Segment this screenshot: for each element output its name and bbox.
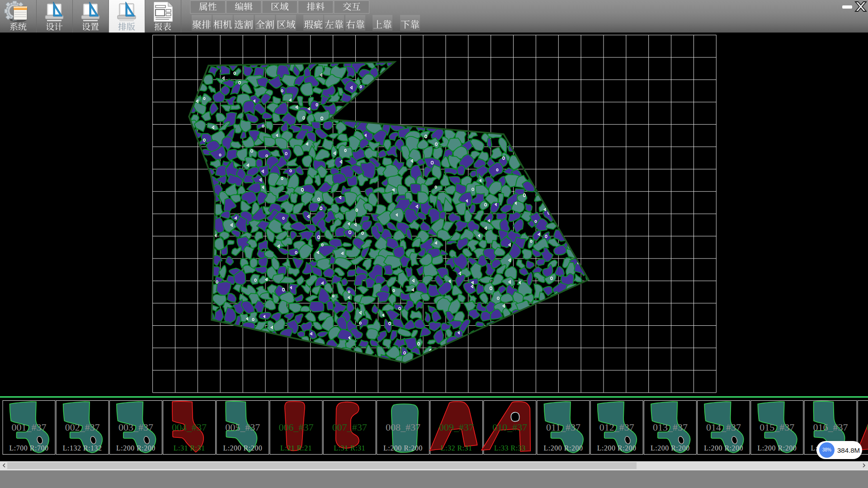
svg-text:L:700 R:700: L:700 R:700 [9, 444, 49, 452]
svg-text:006_#37: 006_#37 [279, 422, 314, 433]
svg-text:004_#37: 004_#37 [172, 422, 207, 433]
svg-text:L:200 R:200: L:200 R:200 [757, 444, 797, 452]
svg-text:L:200 R:200: L:200 R:200 [597, 444, 637, 452]
svg-text:L:200 R:200: L:200 R:200 [383, 444, 423, 452]
svg-text:011_#37: 011_#37 [546, 422, 580, 433]
svg-text:014_#37: 014_#37 [706, 422, 741, 433]
svg-text:L:33 R:33: L:33 R:33 [494, 444, 526, 452]
svg-text:L:200 R:200: L:200 R:200 [651, 444, 690, 452]
svg-text:008_#37: 008_#37 [386, 422, 420, 433]
svg-text:003_#37: 003_#37 [118, 422, 153, 433]
svg-text:016_#37: 016_#37 [813, 422, 848, 433]
svg-text:001_#37: 001_#37 [12, 422, 47, 433]
svg-text:L:32 R:31: L:32 R:31 [441, 444, 472, 452]
svg-text:L:31 R:31: L:31 R:31 [174, 444, 205, 452]
svg-text:L:200 R:200: L:200 R:200 [116, 444, 156, 452]
svg-text:L:132 R:132: L:132 R:132 [63, 444, 102, 452]
svg-text:015_#37: 015_#37 [760, 422, 794, 433]
svg-text:007_#37: 007_#37 [332, 422, 367, 433]
svg-text:L:200 R:200: L:200 R:200 [544, 444, 583, 452]
svg-text:009_#37: 009_#37 [439, 422, 474, 433]
svg-text:002_#37: 002_#37 [65, 422, 100, 433]
svg-text:012_#37: 012_#37 [599, 422, 634, 433]
svg-text:L:21 R:21: L:21 R:21 [280, 444, 312, 452]
svg-text:013_#37: 013_#37 [653, 422, 688, 433]
svg-text:L:200 R:200: L:200 R:200 [704, 444, 743, 452]
svg-text:L:31 R:31: L:31 R:31 [334, 444, 365, 452]
svg-text:L:200 R:200: L:200 R:200 [223, 444, 262, 452]
svg-text:010_#37: 010_#37 [492, 422, 527, 433]
svg-text:005_#37: 005_#37 [225, 422, 260, 433]
